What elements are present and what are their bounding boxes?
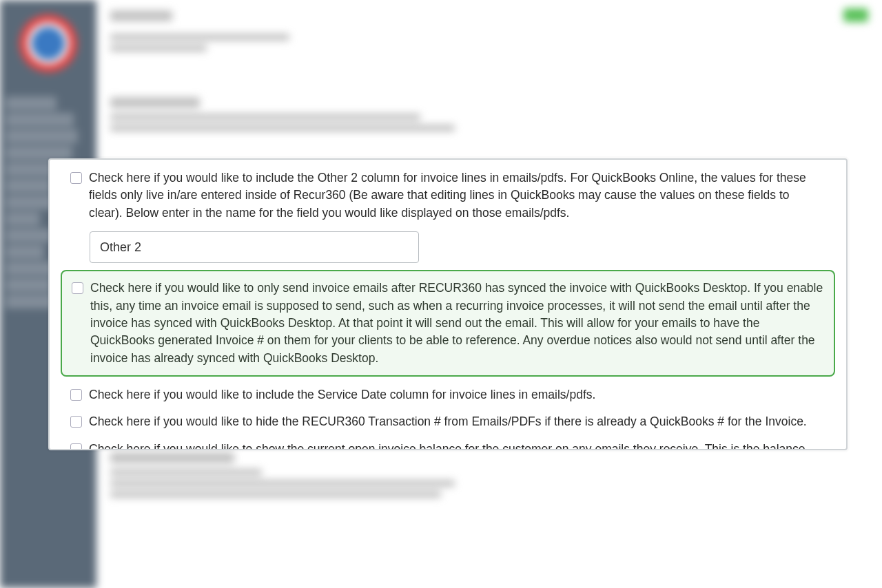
option-hide-transaction[interactable]: Check here if you would like to hide the… (70, 413, 825, 430)
other2-name-input[interactable] (90, 231, 419, 263)
checkbox-sync-before-email[interactable] (72, 282, 83, 294)
label-include-other2: Check here if you would like to include … (89, 169, 825, 222)
option-service-date[interactable]: Check here if you would like to include … (70, 386, 825, 403)
checkbox-hide-transaction[interactable] (70, 416, 82, 428)
status-badge (843, 8, 868, 22)
option-include-other2[interactable]: Check here if you would like to include … (70, 169, 825, 222)
label-service-date: Check here if you would like to include … (89, 386, 825, 403)
checkbox-open-balance[interactable] (70, 443, 82, 450)
checkbox-service-date[interactable] (70, 389, 82, 401)
settings-panel: Check here if you would like to include … (48, 158, 848, 450)
highlighted-option: Check here if you would like to only sen… (61, 270, 835, 377)
label-hide-transaction: Check here if you would like to hide the… (89, 413, 825, 430)
option-sync-before-email[interactable]: Check here if you would like to only sen… (72, 280, 824, 367)
app-logo (19, 14, 78, 73)
label-sync-before-email: Check here if you would like to only sen… (90, 280, 824, 367)
checkbox-include-other2[interactable] (70, 172, 82, 184)
option-open-balance[interactable]: Check here if you would like to show the… (70, 441, 825, 450)
other2-field-wrap (90, 231, 825, 263)
label-open-balance: Check here if you would like to show the… (89, 441, 825, 450)
